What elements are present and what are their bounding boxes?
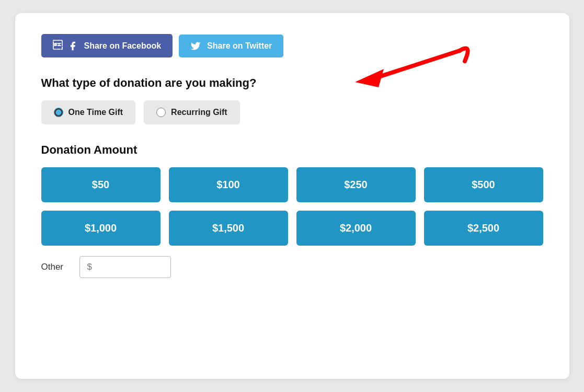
donation-type-radio-group: One Time Gift Recurring Gift [41,100,543,124]
one-time-gift-radio[interactable] [54,108,63,117]
amount-grid: $50$100$250$500$1,000$1,500$2,000$2,500 [41,167,543,246]
amount-button-2000[interactable]: $2,000 [296,211,416,246]
facebook-icon:  [53,40,62,51]
svg-marker-1 [355,69,384,87]
facebook-button-label: Share on Facebook [84,41,162,51]
amount-button-100[interactable]: $100 [169,167,288,202]
donation-amount-heading: Donation Amount [41,143,543,157]
other-amount-input[interactable] [79,256,171,278]
amount-button-1500[interactable]: $1,500 [169,211,288,246]
recurring-gift-radio[interactable] [156,108,166,117]
amount-button-2500[interactable]: $2,500 [424,211,543,246]
share-facebook-button[interactable]:  Share on Facebook [41,34,173,57]
other-amount-row: Other [41,256,543,278]
amount-button-50[interactable]: $50 [41,167,161,202]
one-time-gift-label: One Time Gift [68,108,123,117]
twitter-button-label: Share on Twitter [207,41,272,51]
amount-button-250[interactable]: $250 [296,167,416,202]
amount-button-500[interactable]: $500 [424,167,543,202]
share-twitter-button[interactable]: Share on Twitter [179,34,283,57]
other-label: Other [41,262,70,272]
recurring-gift-label: Recurring Gift [171,108,227,117]
recurring-gift-option[interactable]: Recurring Gift [144,100,240,124]
one-time-gift-option[interactable]: One Time Gift [41,100,136,124]
svg-line-0 [371,51,460,79]
facebook-icon [67,41,78,51]
amount-button-1000[interactable]: $1,000 [41,211,161,246]
donation-card:  Share on Facebook Share on Twitter Wha… [15,13,569,379]
arrow-annotation [339,40,475,98]
twitter-icon [190,41,201,51]
